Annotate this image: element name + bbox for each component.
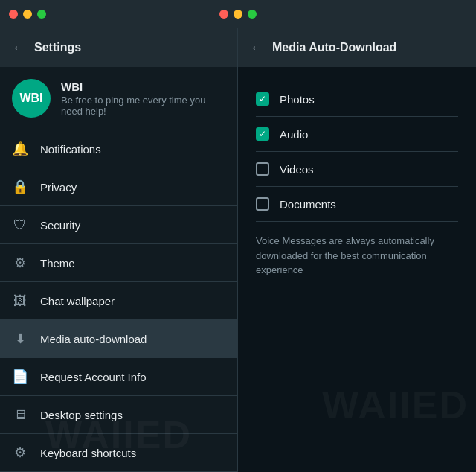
right-back-button[interactable]: ← bbox=[250, 40, 263, 56]
profile-info: WBI Be free to ping me every time you ne… bbox=[61, 80, 225, 117]
theme-icon: ⚙ bbox=[12, 255, 28, 271]
settings-item-keyboard-shortcuts[interactable]: ⚙Keyboard shortcuts bbox=[0, 434, 237, 472]
right-content: ✓Photos✓AudioVideosDocuments Voice Messa… bbox=[238, 67, 476, 472]
notifications-label: Notifications bbox=[40, 143, 101, 156]
right-panel-header: ← Media Auto-Download bbox=[238, 28, 476, 67]
settings-item-desktop-settings[interactable]: 🖥Desktop settings bbox=[0, 396, 237, 434]
settings-item-request-account-info[interactable]: 📄Request Account Info bbox=[0, 358, 237, 396]
checkbox-documents[interactable] bbox=[256, 197, 269, 211]
keyboard-shortcuts-label: Keyboard shortcuts bbox=[40, 447, 136, 459]
maximize-button[interactable] bbox=[37, 10, 46, 19]
checkbox-videos[interactable] bbox=[256, 162, 269, 176]
checkbox-item-videos[interactable]: Videos bbox=[256, 152, 458, 187]
center-dot-green bbox=[248, 10, 257, 19]
checkbox-photos[interactable]: ✓ bbox=[256, 92, 269, 106]
checkbox-item-audio[interactable]: ✓Audio bbox=[256, 117, 458, 152]
theme-label: Theme bbox=[40, 257, 75, 270]
request-account-info-icon: 📄 bbox=[12, 369, 28, 385]
checkbox-label-photos: Photos bbox=[280, 93, 315, 106]
titlebar bbox=[0, 0, 476, 28]
profile-name: WBI bbox=[61, 80, 225, 93]
security-label: Security bbox=[40, 219, 80, 232]
center-dot-yellow bbox=[234, 10, 242, 19]
desktop-settings-icon: 🖥 bbox=[12, 406, 28, 423]
minimize-button[interactable] bbox=[23, 10, 32, 19]
checkbox-label-audio: Audio bbox=[280, 128, 308, 141]
right-panel: ← Media Auto-Download ✓Photos✓AudioVideo… bbox=[238, 28, 476, 472]
desktop-settings-label: Desktop settings bbox=[40, 409, 123, 421]
checkbox-group: ✓Photos✓AudioVideosDocuments bbox=[256, 82, 458, 222]
settings-item-notifications[interactable]: 🔔Notifications bbox=[0, 130, 237, 168]
chat-wallpaper-label: Chat wallpaper bbox=[40, 295, 115, 307]
settings-item-media-auto-download[interactable]: ⬇Media auto-download bbox=[0, 320, 237, 358]
settings-item-security[interactable]: 🛡Security bbox=[0, 206, 237, 244]
settings-item-chat-wallpaper[interactable]: 🖼Chat wallpaper bbox=[0, 282, 237, 320]
privacy-icon: 🔒 bbox=[12, 179, 28, 195]
media-auto-download-label: Media auto-download bbox=[40, 333, 147, 345]
back-button[interactable]: ← bbox=[12, 40, 25, 56]
chat-wallpaper-icon: 🖼 bbox=[12, 293, 28, 309]
privacy-label: Privacy bbox=[40, 181, 77, 194]
profile-section[interactable]: WBI WBI Be free to ping me every time yo… bbox=[0, 67, 237, 130]
right-panel-title: Media Auto-Download bbox=[272, 41, 396, 54]
keyboard-shortcuts-icon: ⚙ bbox=[12, 444, 28, 461]
settings-item-theme[interactable]: ⚙Theme bbox=[0, 244, 237, 282]
left-panel: ← Settings WBI WBI Be free to ping me ev… bbox=[0, 28, 238, 472]
checkbox-item-photos[interactable]: ✓Photos bbox=[256, 82, 458, 117]
checkbox-audio[interactable]: ✓ bbox=[256, 127, 269, 141]
checkbox-item-documents[interactable]: Documents bbox=[256, 187, 458, 222]
main-layout: ← Settings WBI WBI Be free to ping me ev… bbox=[0, 28, 476, 472]
request-account-info-label: Request Account Info bbox=[40, 371, 147, 383]
window-controls bbox=[9, 10, 46, 19]
checkbox-label-documents: Documents bbox=[280, 198, 336, 211]
checkbox-label-videos: Videos bbox=[280, 163, 314, 176]
checkmark-audio: ✓ bbox=[259, 130, 266, 138]
center-dot-red bbox=[219, 10, 228, 19]
notifications-icon: 🔔 bbox=[12, 141, 28, 157]
settings-header: ← Settings bbox=[0, 28, 237, 67]
profile-status: Be free to ping me every time you need h… bbox=[61, 95, 225, 117]
avatar: WBI bbox=[12, 79, 51, 118]
settings-list: 🔔Notifications🔒Privacy🛡Security⚙Theme🖼Ch… bbox=[0, 130, 237, 472]
settings-item-privacy[interactable]: 🔒Privacy bbox=[0, 168, 237, 206]
close-button[interactable] bbox=[9, 10, 18, 19]
checkmark-photos: ✓ bbox=[259, 95, 266, 103]
security-icon: 🛡 bbox=[12, 217, 28, 233]
titlebar-center-dots bbox=[219, 10, 257, 19]
settings-title: Settings bbox=[34, 41, 81, 54]
hint-text: Voice Messages are always automatically … bbox=[256, 222, 458, 278]
media-auto-download-icon: ⬇ bbox=[12, 331, 28, 347]
